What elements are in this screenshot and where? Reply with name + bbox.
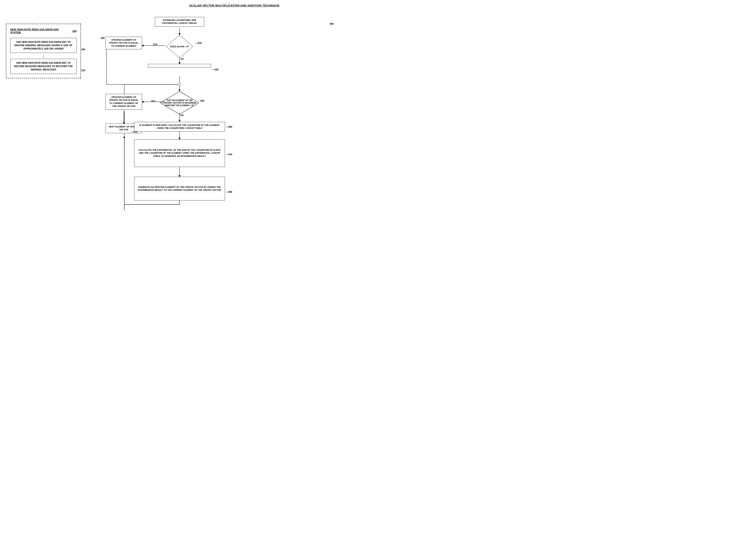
box-480: GENERATE AN UPDATED ELEMENT OF THE UPDAT… [134,177,225,200]
no-label-410: NO [181,58,184,60]
svg-marker-12 [179,120,181,122]
rs-system-title: NEW HIGH-RATE REED-SOLOMON ERC SYSTEM 10… [10,28,77,34]
label-400: 400 [330,22,334,25]
rs-title-number: 100 [72,30,77,33]
label-420: 420 [101,37,105,39]
right-section: SCALAR-VECTOR MULTIPLICATION AND ADDITIO… [95,4,374,268]
no-label-440: NO [181,114,184,116]
left-section: NEW HIGH-RATE REED-SOLOMON ERC SYSTEM 10… [6,24,81,78]
label-470: —470 [226,153,232,156]
diamond-440: TEST AN ELEMENT OF THE CONTENT VECTOR TO… [160,91,199,115]
page: NEW HIGH-RATE REED-SOLOMON ERC SYSTEM 10… [0,0,378,271]
box-470-text: CALCULATE THE EXPONENTIAL OF THE SUM OF … [137,149,222,158]
diamond-440-text: TEST AN ELEMENT OF THE CONTENT VECTOR TO… [160,99,199,107]
rs-title-text: NEW HIGH-RATE REED-SOLOMON ERC SYSTEM [10,28,68,34]
box-460: IF ELEMENT IS NON-ZERO, CALCULATE THE LO… [134,122,225,132]
box-420-text: UPDATED ELEMENT OF UPDATE VECTOR IS EQUA… [109,39,138,47]
decode-box-text: USE NEW HIGH-RATE REED-SOLOMON ERC TO DE… [14,62,73,71]
arrow-encode-decode: ↓ [10,53,77,59]
label-480: —480 [226,191,232,193]
diamond-410: DOES ALPHA = 0? [165,35,194,58]
box-450-text: UPDATED ELEMENT OF UPDATE VECTOR IS EQUA… [109,96,138,107]
label-460: —460 [226,125,232,128]
label-430: —430 [212,68,218,71]
label-440: 440 [200,99,204,102]
box-480-text: GENERATE AN UPDATED ELEMENT OF THE UPDAT… [137,186,222,192]
decode-box: USE NEW HIGH-RATE REED-SOLOMON ERC TO DE… [10,59,77,74]
box-430 [148,64,211,67]
label-410: —410 [195,42,202,44]
box-470: CALCULATE THE EXPONENTIAL OF THE SUM OF … [134,139,225,167]
encode-box-label: 300 [81,48,85,51]
box-400-text: ESTABLISH LOGARITHMIC AND EXPONENTIAL LO… [162,19,197,24]
flowchart-container: ESTABLISH LOGARITHMIC AND EXPONENTIAL LO… [95,11,374,268]
svg-marker-31 [123,136,125,138]
encode-box-text: USE NEW HIGH-RATE REED-SOLOMON ERC TO EN… [14,41,73,50]
connector-circle [178,83,181,86]
chart-title: SCALAR-VECTOR MULTIPLICATION AND ADDITIO… [95,4,374,7]
box-460-text: IF ELEMENT IS NON-ZERO, CALCULATE THE LO… [139,124,220,129]
encode-box: USE NEW HIGH-RATE REED-SOLOMON ERC TO EN… [10,38,77,53]
decode-box-label: 310 [81,69,85,72]
yes-label-410: YES [153,43,157,46]
yes-label-440: YES [151,100,155,102]
rs-outer-box: NEW HIGH-RATE REED-SOLOMON ERC SYSTEM 10… [6,24,81,78]
box-450: UPDATED ELEMENT OF UPDATE VECTOR IS EQUA… [106,94,142,110]
diamond-410-text: DOES ALPHA = 0? [170,45,189,48]
box-420: UPDATED ELEMENT OF UPDATE VECTOR IS EQUA… [106,37,142,49]
box-400: ESTABLISH LOGARITHMIC AND EXPONENTIAL LO… [155,17,204,27]
